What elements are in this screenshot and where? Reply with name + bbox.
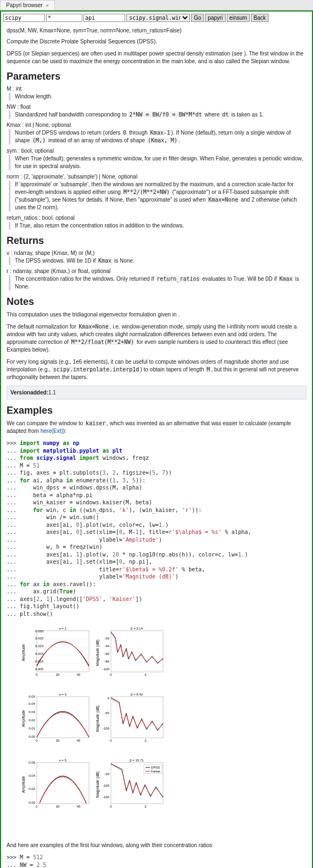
svg-text:2: 2 — [144, 739, 147, 742]
svg-text:0.015: 0.015 — [35, 652, 44, 655]
svg-text:α = 3: α = 3 — [59, 693, 66, 696]
svg-text:Magnitude (dB): Magnitude (dB) — [96, 639, 100, 666]
param-sym: sym : bool, optional When True (default)… — [7, 148, 306, 170]
svg-text:0.005: 0.005 — [35, 667, 44, 671]
return-v-desc: The DPSS windows. Will be 1D if Kmax is … — [9, 257, 306, 265]
svg-text:40: 40 — [77, 673, 81, 676]
param-Kmax-desc: Number of DPSS windows to return (orders… — [9, 129, 306, 144]
examples-p2: And here are examples of the first four … — [7, 842, 306, 849]
param-M: M : int Window length. — [7, 86, 306, 101]
svg-text:0: 0 — [36, 739, 38, 742]
svg-text:0: 0 — [108, 697, 110, 700]
svg-text:0: 0 — [110, 673, 112, 676]
svg-text:0.03: 0.03 — [29, 710, 35, 714]
main-frame: scipy.signal.windows._w Go papyri einsum… — [0, 10, 313, 868]
svg-text:0.00: 0.00 — [29, 735, 35, 738]
svg-text:α = 5: α = 5 — [59, 759, 66, 762]
kind-input[interactable] — [83, 14, 125, 22]
svg-text:0.04: 0.04 — [29, 702, 35, 705]
nav-row: scipy.signal.windows._w Go papyri einsum… — [3, 14, 310, 22]
svg-rect-0 — [37, 631, 89, 672]
intro-1: Compute the Discrete Prolate Spheroidal … — [7, 38, 306, 46]
svg-text:0: 0 — [36, 805, 38, 808]
svg-text:β = 9.42: β = 9.42 — [131, 693, 143, 696]
return-v-name: v : ndarray, shape (Kmax, M) or (M,) — [7, 250, 306, 256]
svg-text:20: 20 — [56, 673, 60, 676]
svg-text:Magnitude (dB): Magnitude (dB) — [96, 771, 100, 798]
param-M-desc: Window length. — [9, 93, 306, 101]
svg-text:-100: -100 — [103, 667, 110, 671]
svg-text:-20: -20 — [104, 637, 109, 640]
param-Kmax: Kmax : int | None, optional Number of DP… — [7, 122, 306, 144]
svg-text:0.04: 0.04 — [29, 774, 35, 777]
returns-heading: Returns — [7, 235, 306, 247]
param-return-ratios-name: return_ratios : bool, optional — [7, 215, 306, 221]
param-norm: norm : (2, 'approximate', 'subsample') |… — [7, 174, 306, 212]
svg-text:β = 3.14: β = 3.14 — [131, 627, 143, 630]
go-button[interactable]: Go — [191, 14, 204, 22]
param-NW-name: NW : float — [7, 104, 306, 110]
svg-text:0.05: 0.05 — [29, 695, 35, 698]
svg-text:-100: -100 — [103, 784, 110, 787]
svg-text:0.025: 0.025 — [35, 637, 44, 640]
version-input[interactable] — [46, 14, 82, 22]
param-return-ratios: return_ratios : bool, optional If True, … — [7, 215, 306, 230]
notes-p2: The default normalization for Kmax=None,… — [7, 323, 306, 354]
path-select[interactable]: scipy.signal.windows._w — [126, 14, 190, 22]
svg-text:0: 0 — [36, 673, 38, 676]
svg-text:Amplitude: Amplitude — [21, 776, 26, 793]
svg-text:20: 20 — [56, 739, 60, 742]
svg-text:0.00: 0.00 — [29, 801, 35, 804]
svg-text:20: 20 — [56, 805, 60, 808]
examples-intro: We can compare the window to kaiser, whi… — [7, 420, 306, 435]
svg-text:2: 2 — [144, 805, 147, 808]
code-example-2: >>> M = 512 ... NW = 2.5 ... win, eigval… — [7, 854, 306, 868]
svg-text:-100: -100 — [103, 727, 110, 730]
param-M-name: M : int — [7, 86, 306, 92]
svg-text:-50: -50 — [104, 772, 109, 776]
svg-text:0.030: 0.030 — [35, 630, 44, 633]
code-example-1: >>> import numpy as np ... import matplo… — [7, 439, 306, 617]
notes-heading: Notes — [7, 296, 306, 308]
svg-text:β = 15.71: β = 15.71 — [130, 759, 144, 762]
svg-text:0.02: 0.02 — [29, 719, 35, 722]
function-signature: dpss(M, NW, Kmax=None, sym=True, norm=No… — [7, 27, 306, 34]
svg-text:40: 40 — [77, 739, 81, 742]
notes-p1: This computation uses the tridiagonal ei… — [7, 311, 306, 319]
param-return-ratios-desc: If True, also return the concentration r… — [9, 222, 306, 230]
return-r: r : ndarray, shape (Kmax,) or float, opt… — [7, 268, 306, 291]
param-NW-desc: Standardized half bandwidth correspondin… — [9, 111, 306, 119]
svg-text:-50: -50 — [104, 711, 109, 715]
svg-rect-16 — [111, 631, 163, 672]
tab-title: Papyri browser — [6, 2, 43, 8]
param-sym-name: sym : bool, optional — [7, 148, 306, 154]
close-icon[interactable]: × — [46, 3, 49, 8]
svg-text:0.06: 0.06 — [29, 761, 35, 764]
content: dpss(M, NW, Kmax=None, sym=True, norm=No… — [3, 26, 310, 868]
svg-text:Magnitude (dB): Magnitude (dB) — [96, 705, 100, 732]
svg-text:-40: -40 — [104, 644, 109, 648]
tab-bar: Papyri browser × — [0, 0, 313, 10]
return-v: v : ndarray, shape (Kmax, M) or (M,) The… — [7, 250, 306, 265]
papyri-button[interactable]: papyri — [205, 14, 225, 22]
intro-2: DPSS (or Slepian sequences) are often us… — [7, 50, 306, 65]
return-r-desc: The concentration ratios for the windows… — [9, 275, 306, 291]
return-r-name: r : ndarray, shape (Kmax,) or float, opt… — [7, 268, 306, 274]
browser-tab[interactable]: Papyri browser × — [0, 0, 55, 10]
svg-text:0: 0 — [110, 805, 112, 808]
examples-heading: Examples — [7, 405, 306, 416]
svg-text:40: 40 — [77, 805, 81, 808]
param-norm-desc: If 'approximate' or 'subsample', then th… — [9, 181, 306, 212]
param-Kmax-name: Kmax : int | None, optional — [7, 122, 306, 128]
back-button[interactable]: Back — [251, 14, 269, 22]
svg-text:DPSS: DPSS — [151, 766, 160, 769]
module-input[interactable] — [3, 14, 45, 22]
svg-text:-150: -150 — [103, 795, 110, 799]
svg-text:0.02: 0.02 — [29, 787, 35, 791]
einsum-button[interactable]: einsum — [227, 14, 250, 22]
svg-text:Amplitude: Amplitude — [21, 710, 26, 727]
parameters-heading: Parameters — [7, 71, 306, 82]
svg-text:0: 0 — [110, 739, 112, 742]
svg-text:2: 2 — [144, 673, 147, 676]
version-added: Versionadded:1.1 — [7, 386, 306, 399]
